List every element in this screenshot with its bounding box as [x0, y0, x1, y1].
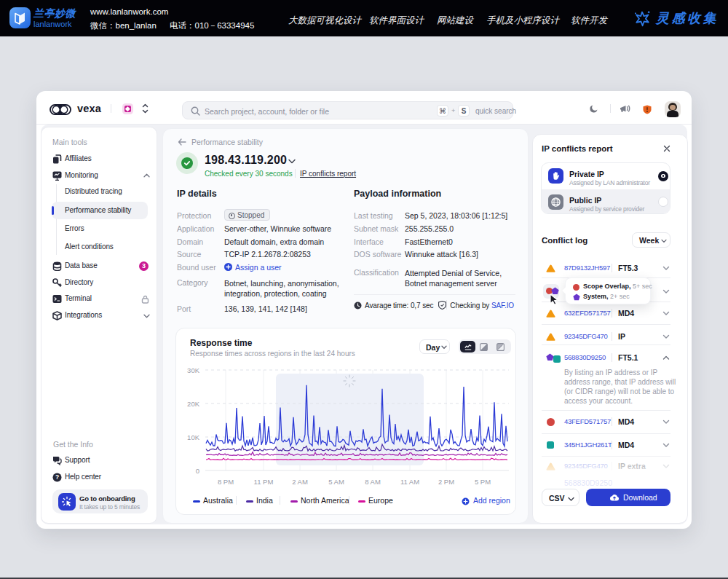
svg-text:?: ? — [55, 473, 59, 481]
